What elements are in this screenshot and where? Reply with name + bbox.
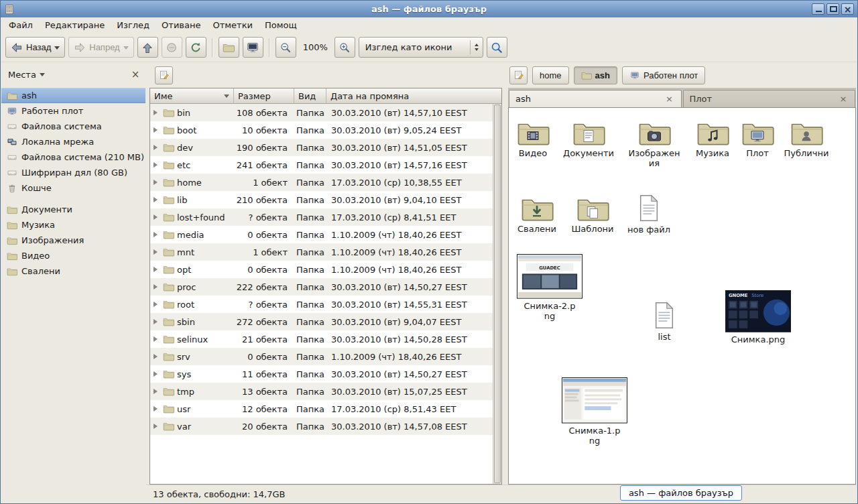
menu-item[interactable]: Изглед xyxy=(111,17,156,33)
table-row[interactable]: sbin272 обектаПапка30.03.2010 (вт) 9,04,… xyxy=(150,313,493,330)
sidebar-item[interactable]: Изображения xyxy=(1,233,145,248)
file-icon-item[interactable]: Изображения xyxy=(626,119,682,169)
expander-icon[interactable] xyxy=(154,267,160,272)
expander-icon[interactable] xyxy=(154,197,160,202)
stop-button[interactable] xyxy=(162,37,182,58)
toggle-location-entry-button[interactable] xyxy=(509,66,528,84)
sidebar-title[interactable]: Места xyxy=(8,70,36,80)
table-row[interactable]: sys11 обектаПапка30.03.2010 (вт) 14,50,2… xyxy=(150,365,493,383)
table-row[interactable]: dev190 обектаПапка30.03.2010 (вт) 14,51,… xyxy=(150,139,493,156)
expander-icon[interactable] xyxy=(154,145,160,150)
column-header[interactable]: Име xyxy=(150,88,234,104)
table-row[interactable]: etc241 обектаПапка30.03.2010 (вт) 14,57,… xyxy=(150,156,493,174)
expander-icon[interactable] xyxy=(154,319,160,324)
expander-icon[interactable] xyxy=(154,302,160,307)
tab-close-icon[interactable]: × xyxy=(838,94,849,104)
file-icon-item[interactable]: Плот xyxy=(729,119,786,158)
expander-icon[interactable] xyxy=(154,371,160,377)
file-icon-item[interactable]: list xyxy=(636,301,692,342)
sidebar-item[interactable]: Музика xyxy=(1,217,145,233)
maximize-button[interactable] xyxy=(826,3,839,15)
sidebar-item[interactable]: Видео xyxy=(1,248,145,263)
expander-icon[interactable] xyxy=(154,232,160,237)
menu-item[interactable]: Файл xyxy=(3,17,39,33)
zoom-in-button[interactable] xyxy=(334,37,355,58)
table-row[interactable]: bin108 обектаПапка30.03.2010 (вт) 14,57,… xyxy=(150,104,493,121)
sidebar-item[interactable]: Свалени xyxy=(1,263,145,279)
expander-icon[interactable] xyxy=(154,127,160,133)
menu-item[interactable]: Отиване xyxy=(156,17,206,33)
tab[interactable]: Плот× xyxy=(683,90,856,107)
table-row[interactable]: selinux21 обектаПапка30.03.2010 (вт) 14,… xyxy=(150,330,493,348)
up-button[interactable] xyxy=(137,37,158,58)
sidebar-item[interactable]: Документи xyxy=(1,202,145,217)
close-sidebar-button[interactable]: × xyxy=(128,67,143,82)
file-icon-item[interactable]: Шаблони xyxy=(564,195,621,234)
back-button[interactable]: Назад xyxy=(5,37,65,58)
file-icon-item[interactable]: Снимка-1.png xyxy=(561,377,628,446)
sidebar-item[interactable]: Шифриран дял (80 GB) xyxy=(1,165,145,180)
table-row[interactable]: srv0 обектаПапка1.10.2009 (чт) 18,40,26 … xyxy=(150,348,493,365)
file-icon-item[interactable]: Свалени xyxy=(509,195,565,234)
forward-button[interactable]: Напред xyxy=(68,37,133,58)
view-mode-select[interactable]: Изглед като икони xyxy=(359,37,483,58)
home-button[interactable] xyxy=(219,37,239,58)
close-button[interactable]: × xyxy=(841,3,854,15)
expander-icon[interactable] xyxy=(154,424,160,429)
zoom-out-button[interactable] xyxy=(275,37,296,58)
expander-icon[interactable] xyxy=(154,336,160,342)
expander-icon[interactable] xyxy=(154,284,160,290)
menu-item[interactable]: Помощ xyxy=(259,17,303,33)
scrollbar-thumb[interactable] xyxy=(494,105,501,483)
breadcrumb-button[interactable]: home xyxy=(532,66,569,84)
file-icon-item[interactable]: нов файл xyxy=(621,194,677,235)
expander-icon[interactable] xyxy=(154,180,160,185)
file-icon-item[interactable]: Документи xyxy=(560,119,617,158)
computer-button[interactable] xyxy=(243,37,263,58)
titlebar[interactable]: ash — файлов браузър × xyxy=(1,1,857,17)
expander-icon[interactable] xyxy=(154,249,160,255)
table-row[interactable]: var20 обектаПапка30.03.2010 (вт) 14,57,0… xyxy=(150,418,493,435)
table-row[interactable]: lost+found? обектаПапка17.03.2010 (ср) 8… xyxy=(150,208,493,226)
column-header[interactable]: Размер xyxy=(234,88,294,104)
breadcrumb-button[interactable]: ash xyxy=(574,66,617,84)
menu-item[interactable]: Отметки xyxy=(206,17,258,33)
menu-item[interactable]: Редактиране xyxy=(39,17,111,33)
tab[interactable]: ash× xyxy=(509,90,682,107)
pane-splitter[interactable] xyxy=(502,62,508,485)
table-row[interactable]: lib210 обектаПапка30.03.2010 (вт) 9,04,1… xyxy=(150,191,493,208)
table-row[interactable]: media0 обектаПапка1.10.2009 (чт) 18,40,2… xyxy=(150,226,493,243)
search-button[interactable] xyxy=(487,37,507,58)
column-header[interactable]: Вид xyxy=(294,88,326,104)
expander-icon[interactable] xyxy=(154,214,160,220)
expander-icon[interactable] xyxy=(154,110,160,115)
table-row[interactable]: usr12 обектаПапка17.03.2010 (ср) 8,51,43… xyxy=(150,400,493,418)
table-row[interactable]: opt0 обектаПапка1.10.2009 (чт) 18,40,26 … xyxy=(150,261,493,278)
column-header[interactable]: Дата на промяна xyxy=(326,88,501,104)
expander-icon[interactable] xyxy=(154,354,160,359)
table-row[interactable]: proc222 обектаПапка30.03.2010 (вт) 14,50… xyxy=(150,278,493,296)
tab-close-icon[interactable]: × xyxy=(664,94,675,104)
expander-icon[interactable] xyxy=(154,406,160,412)
chevron-down-icon[interactable] xyxy=(40,73,45,79)
reload-button[interactable] xyxy=(186,37,206,58)
breadcrumb-button[interactable]: Работен плот xyxy=(622,66,705,84)
sidebar-item[interactable]: ash xyxy=(1,88,145,103)
sidebar-item[interactable]: Работен плот xyxy=(1,103,145,119)
expander-icon[interactable] xyxy=(154,162,160,168)
toggle-location-entry-button[interactable] xyxy=(155,66,173,84)
icon-view[interactable]: ВидеоДокументиИзображенияМузикаПлотПубли… xyxy=(508,107,856,485)
expander-icon[interactable] xyxy=(154,389,160,394)
sidebar-item[interactable]: Локална мрежа xyxy=(1,134,145,149)
table-row[interactable]: tmp13 обектаПапка30.03.2010 (вт) 15,07,2… xyxy=(150,383,493,400)
minimize-button[interactable] xyxy=(812,3,824,15)
file-icon-item[interactable]: GNOMEStoreСнимка.png xyxy=(725,290,792,344)
table-row[interactable]: home1 обектПапка17.03.2010 (ср) 10,38,55… xyxy=(150,174,493,191)
sidebar-item[interactable]: Файлова система xyxy=(1,119,145,134)
table-row[interactable]: boot10 обектаПапка30.03.2010 (вт) 9,05,2… xyxy=(150,121,493,139)
file-icon-item[interactable]: GUADECСнимка-2.png xyxy=(516,254,583,321)
vertical-scrollbar[interactable] xyxy=(493,104,501,484)
sidebar-item[interactable]: Файлова система (210 MB) xyxy=(1,149,145,165)
file-icon-item[interactable]: Видео xyxy=(508,119,561,158)
sidebar-item[interactable]: Кошче xyxy=(1,180,145,196)
